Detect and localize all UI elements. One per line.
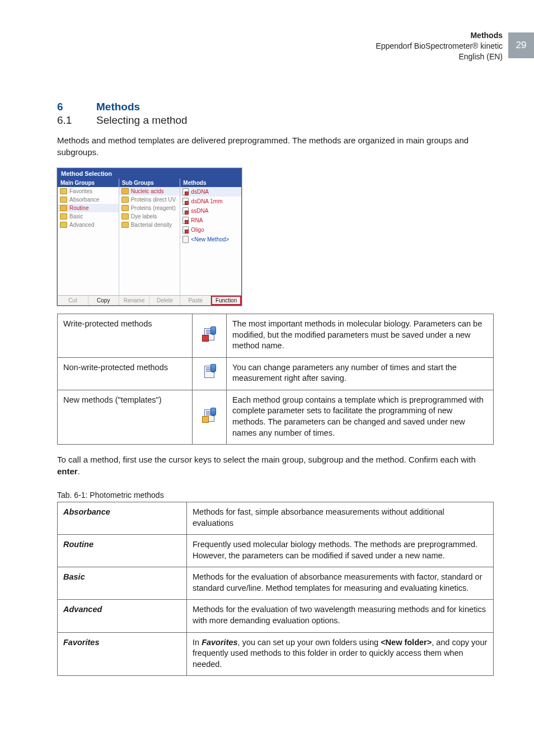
locked-doc-icon <box>182 198 189 205</box>
item-label: Advanced <box>69 222 94 228</box>
item-label: Nucleic acids <box>131 188 164 194</box>
item-label: dsDNA 1mm <box>191 198 222 204</box>
method-type-row: Write-protected methodsThe most importan… <box>58 314 494 358</box>
methods-column: Methods dsDNAdsDNA 1mmssDNARNAOligo<New … <box>180 179 241 295</box>
main-groups-header: Main Groups <box>58 179 119 187</box>
item-label: ssDNA <box>191 208 208 214</box>
item-label: <New Method> <box>191 236 229 242</box>
methods-header: Methods <box>180 179 241 187</box>
main-groups-column: Main Groups FavoritesAbsorbanceRoutineBa… <box>58 179 119 295</box>
folder-icon <box>121 213 129 220</box>
sub-group-item[interactable]: Proteins direct UV <box>119 195 180 204</box>
template-method-icon <box>203 409 216 422</box>
category-row: BasicMethods for the evaluation of absor… <box>58 567 494 600</box>
main-group-item[interactable]: Advanced <box>58 221 119 229</box>
method-item[interactable]: ssDNA <box>180 206 241 216</box>
category-name: Favorites <box>58 632 187 676</box>
sub-group-item[interactable]: Proteins (reagent) <box>119 204 180 212</box>
sub-groups-column: Sub Groups Nucleic acidsProteins direct … <box>119 179 181 295</box>
screenshot-button: Cut <box>58 296 88 305</box>
method-item[interactable]: RNA <box>180 216 241 225</box>
category-name: Routine <box>58 535 187 567</box>
after-note-post: . <box>78 466 80 476</box>
normal-method-icon <box>203 366 216 378</box>
method-type-name: New methods ("templates") <box>58 390 193 444</box>
main-group-item[interactable]: Favorites <box>58 187 119 195</box>
section-number: 6 <box>57 101 96 113</box>
locked-doc-icon <box>182 217 189 224</box>
category-desc: Methods for the evaluation of absorbance… <box>187 567 494 600</box>
item-label: Bacterial density <box>131 222 172 228</box>
folder-icon <box>60 188 67 194</box>
screenshot-button: Paste <box>180 296 211 305</box>
item-label: Proteins direct UV <box>131 197 176 203</box>
sub-group-item[interactable]: Nucleic acids <box>119 187 180 195</box>
method-type-icon-cell <box>193 314 227 358</box>
category-desc: In Favorites, you can set up your own fo… <box>187 632 494 676</box>
sub-groups-header: Sub Groups <box>119 179 180 187</box>
locked-doc-icon <box>182 226 189 234</box>
item-label: Routine <box>69 205 88 211</box>
method-item[interactable]: dsDNA <box>180 187 241 197</box>
category-desc: Frequently used molecular biology method… <box>187 535 494 567</box>
item-label: dsDNA <box>191 189 209 195</box>
subsection-heading: 6.1Selecting a method <box>57 114 494 127</box>
main-group-item[interactable]: Absorbance <box>58 195 119 204</box>
folder-icon <box>60 222 67 228</box>
locked-doc-icon <box>182 188 189 195</box>
method-type-row: New methods ("templates")Each method gro… <box>58 390 494 444</box>
after-note-pre: To call a method, first use the cursor k… <box>57 455 476 464</box>
method-type-name: Write-protected methods <box>58 314 193 358</box>
method-type-icon-cell <box>193 390 227 444</box>
item-label: Dye labels <box>131 213 157 220</box>
table-caption: Tab. 6-1: Photometric methods <box>57 491 494 500</box>
page-number-badge: 29 <box>508 32 534 58</box>
sub-group-item[interactable]: Bacterial density <box>119 221 180 229</box>
method-type-desc: Each method group contains a template wh… <box>227 390 494 444</box>
after-table-note: To call a method, first use the cursor k… <box>57 454 494 477</box>
method-type-icon-cell <box>193 357 227 390</box>
header-text-block: Methods Eppendorf BioSpectrometer® kinet… <box>376 30 503 62</box>
screenshot-button-row: CutCopyRenameDeletePasteFunction <box>58 295 241 305</box>
folder-icon <box>121 205 129 211</box>
header-lang-line: English (EN) <box>376 52 503 62</box>
folder-icon <box>60 205 67 211</box>
folder-icon <box>121 222 129 228</box>
method-type-desc: The most important methods in molecular … <box>227 314 494 358</box>
main-group-item[interactable]: Routine <box>58 204 119 212</box>
main-group-item[interactable]: Basic <box>58 212 119 221</box>
folder-icon <box>121 188 129 194</box>
locked-method-icon <box>203 328 216 340</box>
method-item[interactable]: Oligo <box>180 225 241 235</box>
category-name: Absorbance <box>58 502 187 535</box>
locked-doc-icon <box>182 207 189 214</box>
category-desc: Methods for fast, simple absorbance meas… <box>187 502 494 535</box>
subsection-number: 6.1 <box>57 114 96 127</box>
item-label: Basic <box>69 213 83 220</box>
photometric-methods-table: AbsorbanceMethods for fast, simple absor… <box>57 502 494 676</box>
item-label: Proteins (reagent) <box>131 205 176 211</box>
screenshot-button[interactable]: Copy <box>88 296 119 305</box>
subsection-title: Selecting a method <box>96 114 188 126</box>
method-types-table: Write-protected methodsThe most importan… <box>57 314 494 445</box>
screenshot-button[interactable]: Function <box>211 296 241 305</box>
item-label: RNA <box>191 217 203 223</box>
enter-key: enter <box>57 466 78 476</box>
method-type-name: Non-write-protected methods <box>58 357 193 390</box>
method-selection-screenshot: Method Selection Main Groups FavoritesAb… <box>57 168 242 306</box>
item-label: Favorites <box>69 188 92 194</box>
folder-icon <box>60 197 67 203</box>
screenshot-button: Rename <box>119 296 150 305</box>
screenshot-title: Method Selection <box>58 169 241 179</box>
method-type-row: Non-write-protected methodsYou can chang… <box>58 357 494 390</box>
sub-group-item[interactable]: Dye labels <box>119 212 180 221</box>
lead-paragraph: Methods and method templates are deliver… <box>57 134 494 158</box>
item-label: Absorbance <box>69 197 99 203</box>
section-title: Methods <box>96 101 140 113</box>
method-item[interactable]: dsDNA 1mm <box>180 197 241 206</box>
category-desc: Methods for the evaluation of two wavele… <box>187 600 494 632</box>
method-item[interactable]: <New Method> <box>180 235 241 244</box>
category-row: AdvancedMethods for the evaluation of tw… <box>58 600 494 632</box>
section-heading: 6Methods <box>57 101 494 113</box>
page-header: Methods Eppendorf BioSpectrometer® kinet… <box>0 18 534 74</box>
